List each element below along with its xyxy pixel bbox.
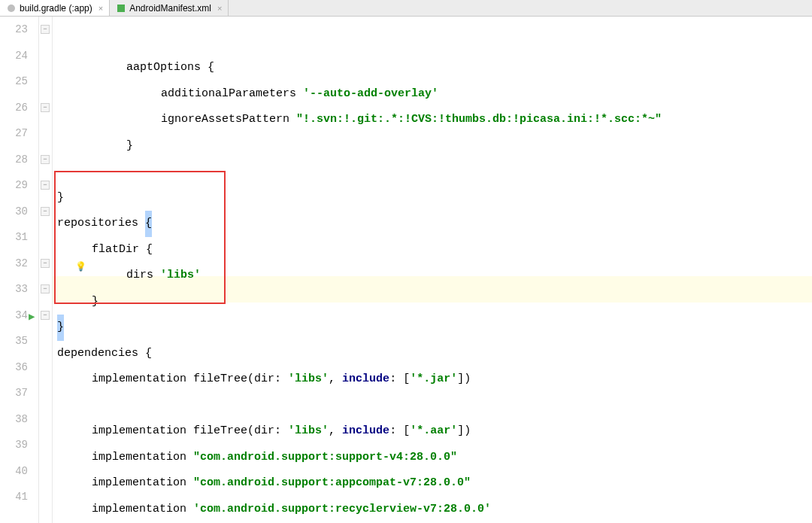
token-str: 'libs' (288, 418, 329, 445)
line-number: 32 (0, 251, 28, 277)
token-ident: aaptOptions (126, 55, 208, 81)
line-number: 41 (0, 484, 28, 510)
line-number: 28 (0, 147, 28, 173)
editor-tabs: build.gradle (:app) × AndroidManifest.xm… (0, 0, 812, 17)
token-punct: } (126, 133, 133, 160)
token-str: "!.svn:!.git:.*:!CVS:!thumbs.db:!picasa.… (296, 107, 662, 133)
code-line[interactable]: implementation 'com.android.support:recy… (53, 497, 812, 523)
line-number: 40 (0, 458, 28, 485)
tab-android-manifest[interactable]: AndroidManifest.xml × (110, 0, 229, 16)
token-ident: implementation (92, 470, 193, 497)
code-line[interactable]: implementation fileTree(dir: 'libs', inc… (53, 366, 812, 393)
line-number: 39 (0, 432, 28, 458)
fold-toggle-icon[interactable]: − (41, 181, 50, 190)
fold-gutter: −−−−−−−− (39, 17, 53, 523)
token-ident: repositories (57, 211, 145, 237)
token-punct: } (57, 185, 64, 211)
line-number: 38 (0, 406, 28, 433)
svg-rect-1 (117, 5, 125, 12)
token-str: '--auto-add-overlay' (303, 81, 438, 108)
token-str: '*.jar' (410, 366, 457, 393)
line-number: 26 (0, 95, 28, 121)
token-punct: : (274, 366, 288, 393)
token-ident: flatDir (92, 237, 146, 263)
line-number: 35 (0, 328, 28, 354)
fold-toggle-icon[interactable]: − (41, 284, 50, 293)
line-number: 27 (0, 120, 28, 147)
token-punct: : [ (389, 366, 410, 393)
token-kw: include (342, 366, 389, 393)
token-punct: , (329, 418, 342, 445)
line-number: 37 (0, 380, 28, 406)
code-line[interactable]: aaptOptions { (53, 55, 812, 81)
code-line[interactable]: implementation fileTree(dir: 'libs', inc… (53, 418, 812, 445)
token-ident: implementation fileTree( (92, 366, 254, 393)
line-number: 36 (0, 354, 28, 381)
tab-label: AndroidManifest.xml (129, 3, 211, 14)
code-line[interactable]: implementation "com.android.support:appc… (53, 470, 812, 497)
code-line[interactable]: } (53, 185, 812, 211)
code-line[interactable]: implementation "com.android.support:supp… (53, 445, 812, 471)
line-number: 25 (0, 68, 28, 95)
lightbulb-icon[interactable]: 💡 (75, 261, 86, 272)
token-ident: implementation (92, 445, 193, 471)
token-punct: , (329, 366, 342, 393)
code-editor[interactable]: 232425262728293031323334▶35363738394041 … (0, 17, 812, 523)
line-number: 34 (0, 303, 28, 329)
close-icon[interactable]: × (98, 4, 103, 13)
token-ident: dir (254, 418, 274, 445)
code-line[interactable]: repositories { (53, 211, 812, 237)
tab-label: build.gradle (:app) (20, 3, 92, 14)
code-line[interactable]: } (53, 315, 812, 341)
token-punct: } (57, 315, 64, 341)
code-line[interactable]: additionalParameters '--auto-add-overlay… (53, 81, 812, 108)
line-number: 33 (0, 276, 28, 303)
token-str: 'libs' (160, 263, 201, 289)
fold-toggle-icon[interactable]: − (41, 259, 50, 268)
token-ident: dir (254, 366, 274, 393)
line-number: 30 (0, 199, 28, 225)
token-ident: additionalParameters (161, 81, 303, 108)
close-icon[interactable]: × (217, 4, 222, 13)
token-punct: } (92, 289, 98, 315)
token-kw: include (342, 418, 389, 445)
token-ident: dependencies (57, 341, 145, 367)
token-punct: { (208, 55, 214, 81)
fold-toggle-icon[interactable]: − (41, 103, 50, 112)
token-str: 'libs' (288, 366, 329, 393)
svg-point-0 (8, 5, 15, 12)
fold-toggle-icon[interactable]: − (41, 155, 50, 164)
token-str: "com.android.support:support-v4:28.0.0" (193, 445, 457, 471)
token-ident: implementation fileTree( (92, 418, 254, 445)
token-punct: { (146, 237, 153, 263)
fold-toggle-icon[interactable]: − (41, 207, 50, 216)
line-number: 29 (0, 172, 28, 199)
token-ident: dirs (126, 263, 160, 289)
tab-build-gradle[interactable]: build.gradle (:app) × (0, 0, 110, 16)
code-area[interactable]: aaptOptions {additionalParameters '--aut… (53, 17, 812, 523)
code-line[interactable]: } (53, 133, 812, 160)
token-ident: implementation (92, 497, 193, 523)
token-str: '*.aar' (410, 418, 457, 445)
token-str: "com.android.support:appcompat-v7:28.0.0… (193, 470, 471, 497)
code-line[interactable]: dependencies { (53, 341, 812, 367)
code-line[interactable] (53, 393, 812, 419)
token-punct: { (145, 341, 152, 367)
xml-file-icon (116, 3, 126, 14)
fold-toggle-icon[interactable]: − (41, 25, 50, 34)
code-line[interactable]: flatDir { (53, 237, 812, 263)
line-number: 23 (0, 17, 28, 43)
code-line[interactable]: ignoreAssetsPattern "!.svn:!.git:.*:!CVS… (53, 107, 812, 133)
line-number: 24 (0, 43, 28, 69)
token-ident: ignoreAssetsPattern (161, 107, 296, 133)
token-punct: { (145, 211, 152, 237)
token-punct: ]) (457, 366, 471, 393)
fold-toggle-icon[interactable]: − (41, 311, 50, 320)
code-line[interactable]: } (53, 289, 812, 315)
gradle-elephant-icon (6, 3, 17, 14)
token-punct: : [ (389, 418, 410, 445)
code-line[interactable] (53, 159, 812, 185)
line-number: 31 (0, 224, 28, 251)
run-icon[interactable]: ▶ (29, 310, 35, 323)
code-line[interactable]: dirs 'libs' (53, 263, 812, 289)
